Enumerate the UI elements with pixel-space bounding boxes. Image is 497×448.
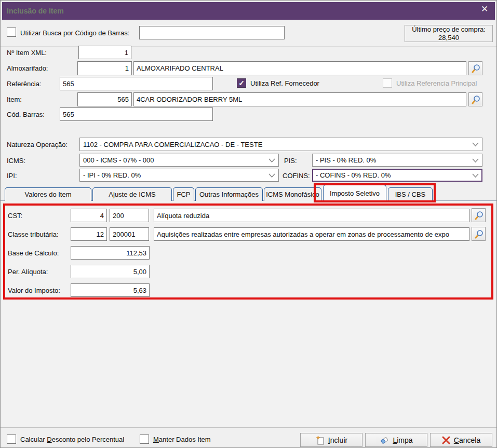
barcode-search-checkbox[interactable] <box>7 28 16 37</box>
classe-search-button[interactable] <box>472 227 486 241</box>
item-code-input[interactable] <box>77 92 132 106</box>
cst-search-button[interactable] <box>472 208 486 222</box>
cod-barras-label: Cód. Barras: <box>7 111 45 118</box>
cod-barras-input[interactable] <box>60 107 213 121</box>
cancel-x-icon <box>442 436 450 444</box>
calcular-desconto-checkbox[interactable] <box>7 435 16 444</box>
utiliza-ref-fornecedor-label: Utiliza Ref. Fornecedor <box>250 79 319 87</box>
classe-desc-input[interactable] <box>154 227 469 241</box>
incluir-button[interactable]: Incluir <box>300 433 362 447</box>
valor-do-imposto-input[interactable] <box>71 283 150 297</box>
last-purchase-price-label: Último preço de compra: <box>405 25 492 34</box>
ipi-label: IPI: <box>7 172 17 180</box>
almoxarifado-code-input[interactable] <box>77 61 132 75</box>
chevron-down-icon <box>472 142 479 146</box>
utiliza-ref-fornecedor-checkbox[interactable]: ✓ <box>237 78 246 88</box>
classe-code-input[interactable] <box>71 227 107 241</box>
chevron-down-icon <box>472 158 479 162</box>
cst-desc-input[interactable] <box>154 209 469 222</box>
icms-label: ICMS: <box>7 157 25 165</box>
chevron-down-icon <box>268 173 275 178</box>
dialog-title: Inclusão de Item <box>7 7 64 15</box>
cancela-button[interactable]: Cancela <box>430 433 492 447</box>
item-xml-input[interactable] <box>78 46 131 59</box>
tab-label: Outras Informações <box>199 191 259 198</box>
valor-do-imposto-label: Valor do Imposto: <box>8 287 60 294</box>
magnifier-icon <box>471 95 480 104</box>
limpa-button-label: Limpa <box>393 436 412 444</box>
cst-code2-input[interactable] <box>110 209 149 222</box>
tab-ajuste-de-icms[interactable]: Ajuste de ICMS <box>92 187 172 201</box>
tab-label: IBS / CBS <box>395 191 426 198</box>
tab-label: ICMS Monofásico <box>266 191 319 198</box>
natureza-operacao-select[interactable]: 1102 - COMPRA PARA COMERCIALIZACAO - DE … <box>79 138 482 151</box>
ipi-select[interactable]: - IPI - 0% RED. 0% <box>79 169 279 182</box>
incluir-button-label: Incluir <box>328 436 347 444</box>
natureza-operacao-value: 1102 - COMPRA PARA COMERCIALIZACAO - DE … <box>83 141 262 148</box>
cancela-button-label: Cancela <box>454 436 480 444</box>
utiliza-referencia-principal-checkbox <box>383 78 392 88</box>
item-search-button[interactable] <box>468 92 482 106</box>
tab-imposto-seletivo[interactable]: Imposto Seletivo <box>323 185 386 201</box>
magnifier-icon <box>474 229 483 239</box>
eraser-icon <box>380 436 389 445</box>
item-name-input[interactable] <box>133 92 466 106</box>
cst-code-input[interactable] <box>71 209 107 222</box>
chevron-down-icon <box>472 173 479 178</box>
item-xml-label: Nº Item XML: <box>7 49 47 57</box>
last-purchase-price-box: Último preço de compra: 28,540 <box>405 25 493 42</box>
last-purchase-price-value: 28,540 <box>405 34 492 42</box>
title-bar: Inclusão de Item <box>2 2 495 20</box>
manter-dados-item-checkbox[interactable] <box>140 435 149 444</box>
tab-label: Imposto Seletivo <box>330 189 380 197</box>
separator-footer <box>1 427 496 428</box>
tab-ibs-cbs[interactable]: IBS / CBS <box>388 187 433 201</box>
cst-label: CST: <box>8 212 22 220</box>
close-icon[interactable]: ✕ <box>478 3 491 16</box>
icms-value: 000 - ICMS - 07% - 000 <box>83 156 154 164</box>
add-page-icon <box>315 436 325 445</box>
almoxarifado-label: Almoxarifado: <box>7 64 48 72</box>
separator-top <box>1 46 496 47</box>
cofins-value: - COFINS - 0% RED. 0% <box>316 171 391 179</box>
pis-value: - PIS - 0% RED. 0% <box>316 156 376 164</box>
cofins-select[interactable]: - COFINS - 0% RED. 0% <box>312 169 482 182</box>
classe-tributaria-label: Classe tributária: <box>8 230 59 238</box>
tab-outras-informacoes[interactable]: Outras Informações <box>195 187 263 201</box>
referencia-label: Referência: <box>7 80 41 88</box>
pis-label: PIS: <box>284 157 297 165</box>
tab-label: FCP <box>177 191 191 198</box>
tab-icms-monofasico[interactable]: ICMS Monofásico <box>264 187 321 201</box>
calcular-desconto-label: Calcular Desconto pelo Percentual <box>20 436 124 443</box>
ipi-value: - IPI - 0% RED. 0% <box>83 171 141 179</box>
utiliza-referencia-principal-label: Utiliza Referencia Principal <box>396 79 477 87</box>
base-de-calculo-input[interactable] <box>71 246 150 260</box>
tab-label: Ajuste de ICMS <box>109 191 155 198</box>
item-label: Item: <box>7 96 22 103</box>
tab-valores-do-item[interactable]: Valores do Item <box>5 187 91 201</box>
barcode-search-input[interactable] <box>139 26 285 39</box>
limpa-button[interactable]: Limpa <box>365 433 427 447</box>
manter-dados-item-label: Manter Dados Item <box>153 436 211 443</box>
per-aliquota-label: Per. Alíquota: <box>8 268 48 276</box>
magnifier-icon <box>471 64 480 73</box>
chevron-down-icon <box>268 158 275 162</box>
magnifier-icon <box>474 211 483 220</box>
referencia-input[interactable] <box>60 77 213 90</box>
barcode-search-label: Utilizar Busca por Código de Barras: <box>20 29 129 37</box>
tab-label: Valores do Item <box>24 191 71 198</box>
almoxarifado-search-button[interactable] <box>468 61 482 75</box>
dialog-inclusao-de-item: Inclusão de Item ✕ Utilizar Busca por Có… <box>0 0 497 448</box>
icms-select[interactable]: 000 - ICMS - 07% - 000 <box>79 154 279 167</box>
natureza-operacao-label: Natureza Operação: <box>7 141 68 148</box>
cofins-label: COFINS: <box>283 172 310 180</box>
base-de-calculo-label: Base de Cálculo: <box>8 249 59 257</box>
almoxarifado-name-input[interactable] <box>133 61 466 75</box>
per-aliquota-input[interactable] <box>71 265 150 278</box>
classe-code2-input[interactable] <box>110 227 149 241</box>
tab-fcp[interactable]: FCP <box>173 187 194 201</box>
pis-select[interactable]: - PIS - 0% RED. 0% <box>312 154 482 167</box>
